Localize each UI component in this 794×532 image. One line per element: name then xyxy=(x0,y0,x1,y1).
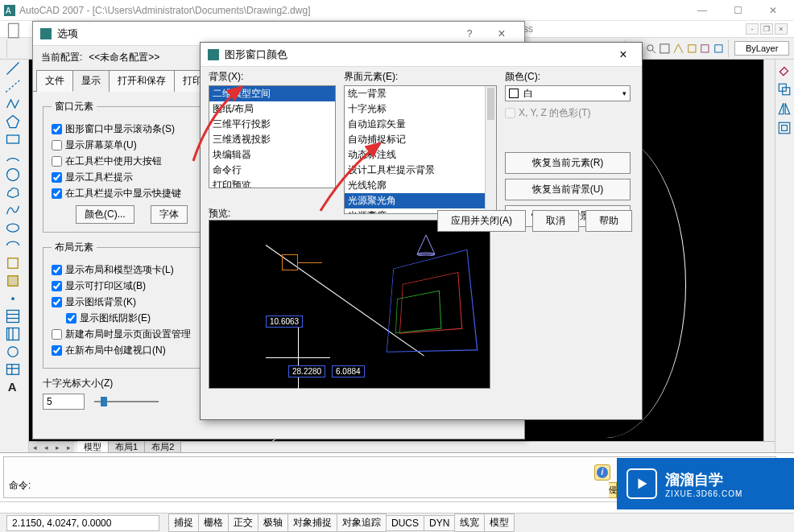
mtext-tool-icon[interactable]: A xyxy=(5,380,21,394)
element-item-5[interactable]: 设计工具栏提示背景 xyxy=(345,163,496,178)
context-item-0[interactable]: 二维模型空间 xyxy=(209,86,335,101)
copy-icon[interactable] xyxy=(777,82,792,97)
restore-current-context-button[interactable]: 恢复当前背景(U) xyxy=(505,179,631,200)
chevron-down-icon: ▾ xyxy=(622,89,627,97)
status-coordinates: 2.1150, 4.0247, 0.0000 xyxy=(6,515,159,531)
window-maximize-button[interactable]: ☐ xyxy=(720,0,755,21)
xyz-tint-checkbox[interactable]: X, Y, Z 的色彩(T) xyxy=(505,106,634,120)
help-button[interactable]: 帮助 xyxy=(585,210,632,232)
crosshair-size-input[interactable] xyxy=(43,394,85,410)
cancel-button[interactable]: 取消 xyxy=(532,210,579,232)
context-item-6[interactable]: 打印预览 xyxy=(209,178,335,188)
scroll-tab-prev-button[interactable]: ◂ xyxy=(40,442,52,453)
current-profile-value: <<未命名配置>> xyxy=(89,51,159,64)
options-dialog-help-button[interactable]: ? xyxy=(453,28,486,39)
layout-tab-2[interactable]: 布局2 xyxy=(145,441,181,452)
bylayer-combo[interactable]: ByLayer xyxy=(734,41,789,56)
window-close-button[interactable]: ✕ xyxy=(755,0,791,21)
offset-icon[interactable] xyxy=(777,121,792,135)
element-list-scrollbar[interactable] xyxy=(485,86,496,213)
circle-tool-icon[interactable] xyxy=(5,167,21,182)
element-listbox[interactable]: 统一背景 十字光标 自动追踪矢量 自动捕捉标记 动态标注线 设计工具栏提示背景 … xyxy=(344,85,497,214)
tool-icon-2[interactable] xyxy=(686,39,698,57)
context-item-2[interactable]: 三维平行投影 xyxy=(209,117,335,132)
element-item-1[interactable]: 十字光标 xyxy=(345,101,496,117)
status-polar-button[interactable]: 极轴 xyxy=(258,513,288,532)
construction-line-icon[interactable] xyxy=(5,79,21,93)
zoom-window-icon[interactable] xyxy=(659,39,671,57)
status-otrack-button[interactable]: 对象追踪 xyxy=(337,513,387,532)
scroll-right-button[interactable]: ▸ xyxy=(63,442,74,453)
mdi-minimize-button[interactable]: - xyxy=(746,23,759,35)
restore-current-element-button[interactable]: 恢复当前元素(R) xyxy=(505,152,631,174)
context-item-5[interactable]: 命令行 xyxy=(209,163,335,178)
region-tool-icon[interactable] xyxy=(5,344,21,359)
rectangle-tool-icon[interactable] xyxy=(5,132,21,146)
status-lwt-button[interactable]: 线宽 xyxy=(454,513,485,532)
status-model-button[interactable]: 模型 xyxy=(484,513,515,532)
options-tab-display[interactable]: 显示 xyxy=(72,70,110,92)
context-item-1[interactable]: 图纸/布局 xyxy=(209,101,335,117)
status-osnap-button[interactable]: 对象捕捉 xyxy=(287,513,337,532)
mirror-icon[interactable] xyxy=(777,101,792,116)
hatch-tool-icon[interactable] xyxy=(5,309,21,324)
element-item-4[interactable]: 动态标注线 xyxy=(345,147,496,163)
info-balloon-icon[interactable]: i xyxy=(594,464,610,480)
tool-icon-3[interactable] xyxy=(699,39,711,57)
scroll-tab-next-button[interactable]: ▸ xyxy=(52,442,63,453)
options-tab-opensave[interactable]: 打开和保存 xyxy=(109,70,175,92)
colors-button[interactable]: 颜色(C)... xyxy=(76,205,134,224)
polygon-tool-icon[interactable] xyxy=(5,114,21,129)
options-dialog-close-button[interactable]: × xyxy=(486,27,518,41)
status-ducs-button[interactable]: DUCS xyxy=(386,515,424,531)
context-item-3[interactable]: 三维透视投影 xyxy=(209,132,335,147)
status-snap-button[interactable]: 捕捉 xyxy=(168,513,199,532)
window-minimize-button[interactable]: — xyxy=(684,0,720,21)
svg-rect-32 xyxy=(779,122,790,134)
status-dyn-button[interactable]: DYN xyxy=(424,515,455,531)
svg-line-11 xyxy=(6,80,20,93)
insert-block-icon[interactable] xyxy=(5,256,21,270)
element-item-0[interactable]: 统一背景 xyxy=(345,86,496,101)
element-item-6[interactable]: 光线轮廓 xyxy=(345,178,496,193)
status-grid-button[interactable]: 栅格 xyxy=(198,513,229,532)
colors-dialog-close-button[interactable]: × xyxy=(611,47,635,62)
line-tool-icon[interactable] xyxy=(5,61,21,76)
scroll-left-button[interactable]: ◂ xyxy=(29,442,40,453)
preview-value-3: 6.0884 xyxy=(332,365,365,377)
crosshair-size-slider[interactable] xyxy=(94,395,159,408)
arc-tool-icon[interactable] xyxy=(5,150,21,164)
canvas-scrollbar-vertical[interactable] xyxy=(763,60,775,441)
color-combo[interactable]: 白 ▾ xyxy=(505,85,631,101)
element-item-3[interactable]: 自动捕捉标记 xyxy=(345,132,496,147)
canvas-scrollbar-horizontal[interactable]: ◂ ◂ ▸ ▸ 模型 布局1 布局2 xyxy=(29,441,775,452)
tool-icon-4[interactable] xyxy=(713,39,725,57)
erase-icon[interactable] xyxy=(777,63,792,77)
tool-icon-1[interactable] xyxy=(672,39,684,57)
font-button[interactable]: 字体 xyxy=(151,205,188,224)
element-item-7[interactable]: 光源聚光角 xyxy=(345,193,496,208)
element-item-2[interactable]: 自动追踪矢量 xyxy=(345,117,496,132)
svg-rect-13 xyxy=(7,135,19,143)
context-item-4[interactable]: 块编辑器 xyxy=(209,147,335,163)
colors-dialog-titlebar[interactable]: 图形窗口颜色 × xyxy=(201,43,642,67)
revcloud-tool-icon[interactable] xyxy=(5,185,21,200)
layout-tab-model[interactable]: 模型 xyxy=(77,441,109,452)
mdi-close-button[interactable]: × xyxy=(775,23,788,35)
polyline-tool-icon[interactable] xyxy=(5,97,21,111)
zoom-extents-icon[interactable] xyxy=(645,39,657,57)
ellipse-arc-tool-icon[interactable] xyxy=(5,238,21,253)
make-block-icon[interactable] xyxy=(5,274,21,288)
mdi-restore-button[interactable]: ❐ xyxy=(760,23,773,35)
gradient-tool-icon[interactable] xyxy=(5,327,21,341)
new-file-icon[interactable] xyxy=(6,23,23,35)
context-listbox[interactable]: 二维模型空间 图纸/布局 三维平行投影 三维透视投影 块编辑器 命令行 打印预览 xyxy=(209,85,336,188)
point-tool-icon[interactable] xyxy=(5,291,21,306)
apply-close-button[interactable]: 应用并关闭(A) xyxy=(437,210,526,232)
ellipse-tool-icon[interactable] xyxy=(5,221,21,235)
spline-tool-icon[interactable] xyxy=(5,203,21,217)
status-ortho-button[interactable]: 正交 xyxy=(228,513,258,532)
options-tab-file[interactable]: 文件 xyxy=(36,70,73,92)
table-tool-icon[interactable] xyxy=(5,362,21,377)
layout-tab-1[interactable]: 布局1 xyxy=(109,441,145,452)
